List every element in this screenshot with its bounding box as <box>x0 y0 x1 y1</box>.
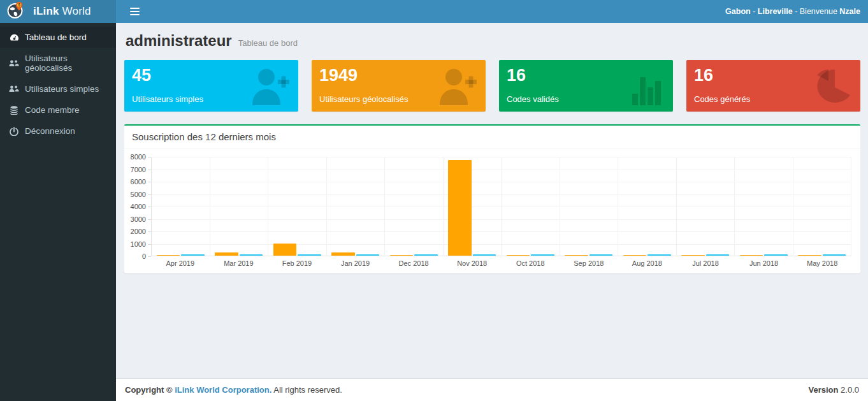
chart-title: Souscription des 12 derniers mois <box>132 131 276 142</box>
x-tick-label: Nov 2018 <box>443 259 502 267</box>
bar-souscriptions-orange <box>565 255 588 256</box>
y-tick-label: 7000 <box>131 166 146 173</box>
bar-souscriptions-blue <box>647 254 670 256</box>
x-tick-label: Dec 2018 <box>384 259 443 267</box>
navbar: Gabon - Libreville - Bienvenue Nzale <box>116 0 868 23</box>
power-icon <box>9 127 19 136</box>
bar-souscriptions-blue <box>590 254 612 256</box>
user-plus-icon <box>245 66 291 108</box>
main-content: administrateur Tableau de bord 45Utilisa… <box>116 23 868 378</box>
sidebar-item-label: Déconnexion <box>25 126 75 136</box>
bar-group-nov-2018 <box>444 157 502 256</box>
sidebar-item-d-connexion[interactable]: Déconnexion <box>0 120 116 142</box>
x-tick-label: Mar 2019 <box>210 259 268 267</box>
sidebar-item-label: Code membre <box>25 105 80 115</box>
pie-chart-icon <box>813 68 853 108</box>
stat-cards-row: 45Utilisateurs simples1949Utilisateurs g… <box>124 60 860 112</box>
bar-souscriptions-orange <box>331 252 354 256</box>
hamburger-icon <box>130 8 140 9</box>
bar-group-jul-2018 <box>677 157 735 256</box>
stat-card-codes-valid-s: 16Codes validés <box>499 60 673 112</box>
bar-group-apr-2019 <box>152 157 210 256</box>
bar-souscriptions-orange <box>448 160 471 256</box>
page-title: administrateur <box>126 32 232 50</box>
footer: Copyright © iLink World Corporation. All… <box>116 378 868 401</box>
bar-chart: 010002000300040005000600070008000 Apr 20… <box>124 149 860 273</box>
globe-pin-logo-icon: $ <box>6 1 25 22</box>
y-tick-mark <box>148 256 151 257</box>
bar-souscriptions-blue <box>706 254 729 256</box>
bar-group-aug-2018 <box>618 157 677 256</box>
y-tick-label: 1000 <box>131 240 146 248</box>
database-icon <box>9 106 19 115</box>
bar-group-dec-2018 <box>385 157 444 256</box>
bar-souscriptions-blue <box>531 254 554 256</box>
x-tick-label: Oct 2018 <box>501 259 560 267</box>
bar-souscriptions-orange <box>390 255 413 256</box>
sidebar-item-code-membre[interactable]: Code membre <box>0 99 116 120</box>
sidebar-menu: Tableau de bordUtilisateurs géolocalisés… <box>0 23 116 142</box>
bar-souscriptions-blue <box>414 254 437 256</box>
y-tick-label: 3000 <box>131 215 146 223</box>
sidebar-item-utilisateurs-g-olocalis-s[interactable]: Utilisateurs géolocalisés <box>0 48 116 78</box>
sidebar-item-label: Tableau de bord <box>25 33 87 42</box>
bar-souscriptions-blue <box>823 254 846 256</box>
bar-souscriptions-orange <box>740 255 763 256</box>
y-tick-label: 4000 <box>131 203 146 210</box>
y-tick-label: 8000 <box>131 153 146 161</box>
bar-souscriptions-blue <box>356 254 379 256</box>
x-tick-label: Aug 2018 <box>618 259 677 267</box>
y-tick-label: 0 <box>142 252 146 260</box>
x-tick-label: May 2018 <box>793 259 851 267</box>
users-icon <box>9 85 19 93</box>
x-tick-label: Apr 2019 <box>151 259 210 267</box>
bar-souscriptions-orange <box>507 255 530 256</box>
sidebar-toggle-button[interactable] <box>124 0 145 23</box>
bar-group-sep-2018 <box>560 157 619 256</box>
bar-chart-icon <box>630 68 665 108</box>
bar-souscriptions-orange <box>798 255 821 256</box>
y-tick-label: 6000 <box>131 178 146 186</box>
x-tick-label: Jan 2019 <box>326 259 385 267</box>
bar-souscriptions-orange <box>681 255 704 256</box>
bar-group-oct-2018 <box>502 157 560 256</box>
bar-souscriptions-blue <box>181 254 204 256</box>
company-link[interactable]: iLink World Corporation. <box>175 385 271 395</box>
svg-text:$: $ <box>18 3 20 8</box>
bar-group-jun-2018 <box>735 157 793 256</box>
sidebar-item-label: Utilisateurs géolocalisés <box>25 54 107 73</box>
version-text: Version 2.0.0 <box>809 385 860 395</box>
stat-card-utilisateurs-g-olocalis-s: 1949Utilisateurs géolocalisés <box>312 60 486 112</box>
bar-souscriptions-orange <box>273 244 296 256</box>
bar-group-may-2018 <box>793 157 852 256</box>
x-tick-label: Jul 2018 <box>676 259 735 267</box>
sidebar-item-tableau-de-bord[interactable]: Tableau de bord <box>0 27 116 48</box>
bar-souscriptions-blue <box>764 254 787 256</box>
chart-plot <box>151 157 851 256</box>
x-tick-label: Feb 2019 <box>268 259 326 267</box>
users-icon <box>9 59 19 68</box>
x-tick-label: Sep 2018 <box>560 259 618 267</box>
brand-logo[interactable]: $ iLink World <box>0 0 116 23</box>
chart-panel: Souscription des 12 derniers mois 010002… <box>124 124 860 273</box>
chart-y-axis: 010002000300040005000600070008000 <box>129 157 151 256</box>
stat-card-utilisateurs-simples: 45Utilisateurs simples <box>124 60 298 112</box>
sidebar-item-utilisateurs-simples[interactable]: Utilisateurs simples <box>0 78 116 99</box>
bar-souscriptions-orange <box>157 255 180 256</box>
page-subtitle: Tableau de bord <box>238 38 298 48</box>
stat-card-codes-g-n-r-s: 16Codes générés <box>686 60 860 112</box>
sidebar: Tableau de bordUtilisateurs géolocalisés… <box>0 23 116 401</box>
chart-panel-header: Souscription des 12 derniers mois <box>124 126 860 149</box>
bar-group-jan-2019 <box>327 157 386 256</box>
user-plus-icon <box>432 66 478 108</box>
bar-group-feb-2019 <box>268 157 327 256</box>
brand-name: iLink World <box>33 5 91 18</box>
content-header: administrateur Tableau de bord <box>126 32 859 50</box>
bar-souscriptions-blue <box>240 254 263 256</box>
user-greeting: Gabon - Libreville - Bienvenue Nzale <box>725 7 860 16</box>
bar-souscriptions-orange <box>215 252 238 256</box>
bar-group-mar-2019 <box>210 157 269 256</box>
dashboard-icon <box>9 33 19 41</box>
x-tick-label: Jun 2018 <box>735 259 793 267</box>
bar-souscriptions-orange <box>623 255 646 256</box>
